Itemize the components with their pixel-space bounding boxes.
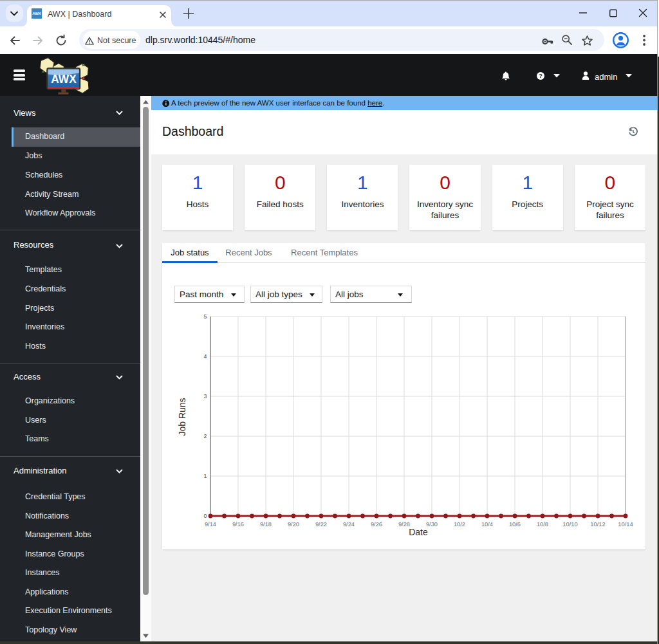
svg-text:10/2: 10/2 (454, 521, 465, 528)
svg-text:9/22: 9/22 (315, 521, 327, 528)
svg-text:0: 0 (204, 513, 207, 519)
svg-text:4: 4 (204, 353, 207, 360)
svg-text:10/8: 10/8 (537, 521, 548, 528)
svg-text:10/4: 10/4 (481, 521, 493, 528)
svg-text:5: 5 (204, 313, 207, 320)
svg-text:Date: Date (409, 527, 428, 537)
svg-text:Job Runs: Job Runs (177, 398, 187, 436)
svg-text:10/10: 10/10 (562, 521, 577, 528)
svg-text:?: ? (539, 73, 543, 79)
svg-text:1: 1 (204, 473, 207, 479)
svg-text:9/20: 9/20 (288, 521, 299, 528)
svg-text:3: 3 (204, 393, 207, 400)
svg-text:10/6: 10/6 (509, 521, 521, 528)
svg-text:9/24: 9/24 (343, 521, 355, 528)
svg-text:AWX: AWX (51, 72, 77, 86)
svg-text:2: 2 (204, 433, 207, 439)
svg-text:10/14: 10/14 (618, 521, 633, 528)
svg-text:9/16: 9/16 (232, 521, 244, 528)
svg-text:9/14: 9/14 (205, 521, 216, 528)
svg-text:9/26: 9/26 (371, 521, 382, 528)
svg-text:10/12: 10/12 (590, 521, 605, 528)
svg-text:9/18: 9/18 (260, 521, 272, 528)
